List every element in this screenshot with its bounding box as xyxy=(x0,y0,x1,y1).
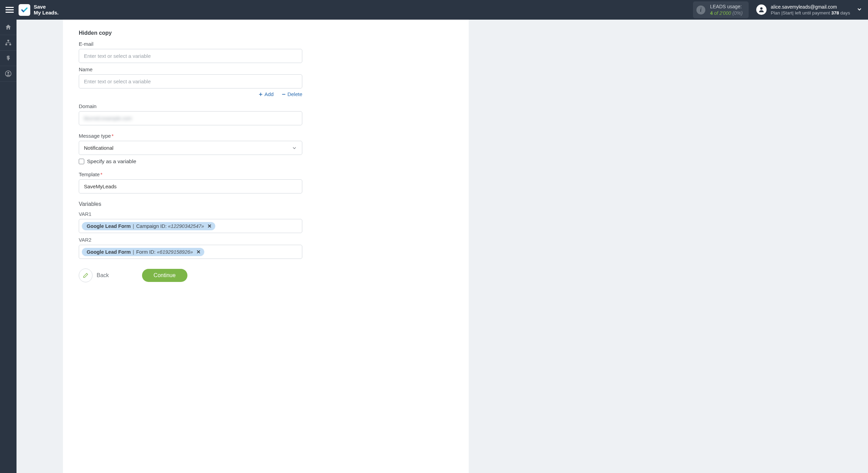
var1-input[interactable]: Google Lead Form | Campaign ID: «1229034… xyxy=(79,219,302,233)
account-menu[interactable]: alice.savemyleads@gmail.com Plan |Start|… xyxy=(756,4,850,16)
var2-chip-remove[interactable]: ✕ xyxy=(196,249,201,255)
usage-count: 4 xyxy=(710,10,713,16)
sidebar-item-home[interactable] xyxy=(0,20,17,35)
message-type-label: Message type* xyxy=(79,133,302,139)
delete-button[interactable]: Delete xyxy=(281,91,302,97)
email-input[interactable] xyxy=(79,49,302,63)
logo-text: Save My Leads. xyxy=(34,4,59,15)
pencil-icon xyxy=(79,269,93,282)
logo-mark-icon xyxy=(19,4,30,16)
var2-input[interactable]: Google Lead Form | Form ID: «61929158926… xyxy=(79,245,302,259)
menu-toggle[interactable] xyxy=(6,6,14,14)
sidebar-nav xyxy=(0,20,17,473)
add-button[interactable]: Add xyxy=(258,91,274,97)
usage-percent: (0%) xyxy=(733,10,743,16)
specify-variable-checkbox[interactable] xyxy=(79,159,84,164)
variables-label: Variables xyxy=(79,201,302,207)
var1-label: VAR1 xyxy=(79,211,302,217)
form-panel: Hidden copy E-mail Name Add Delete Domai… xyxy=(63,20,469,473)
var2-chip: Google Lead Form | Form ID: «61929158926… xyxy=(82,248,204,256)
svg-point-5 xyxy=(8,72,9,74)
svg-rect-1 xyxy=(8,40,9,41)
continue-button[interactable]: Continue xyxy=(142,269,187,282)
info-icon: i xyxy=(696,6,705,14)
name-input[interactable] xyxy=(79,74,302,88)
leads-usage-pill[interactable]: i LEADS usage: 4 of 2'000 (0%) xyxy=(693,1,749,18)
message-type-select[interactable]: Notificational xyxy=(79,141,302,155)
var2-label: VAR2 xyxy=(79,237,302,243)
chevron-down-icon[interactable] xyxy=(856,6,862,13)
domain-label: Domain xyxy=(79,103,302,109)
svg-rect-2 xyxy=(6,44,7,45)
name-label: Name xyxy=(79,66,302,72)
hidden-copy-title: Hidden copy xyxy=(79,30,302,36)
svg-point-0 xyxy=(760,8,763,10)
logo[interactable]: Save My Leads. xyxy=(19,4,59,16)
account-email: alice.savemyleads@gmail.com xyxy=(771,4,850,10)
email-label: E-mail xyxy=(79,41,302,47)
sidebar-item-billing[interactable] xyxy=(0,51,17,66)
sidebar-item-connections[interactable] xyxy=(0,35,17,51)
template-label: Template* xyxy=(79,171,302,177)
var1-chip: Google Lead Form | Campaign ID: «1229034… xyxy=(82,222,215,230)
template-input[interactable] xyxy=(79,179,302,193)
svg-rect-3 xyxy=(9,44,11,45)
avatar-icon xyxy=(756,4,767,15)
app-header: Save My Leads. i LEADS usage: 4 of 2'000… xyxy=(0,0,868,20)
specify-variable-label: Specify as a variable xyxy=(87,158,136,165)
sidebar-item-account[interactable] xyxy=(0,66,17,82)
back-button[interactable]: Back xyxy=(79,269,109,282)
usage-label: LEADS usage: xyxy=(710,3,743,10)
chevron-down-icon xyxy=(292,145,297,151)
account-plan: Plan |Start| left until payment 378 days xyxy=(771,10,850,16)
var1-chip-remove[interactable]: ✕ xyxy=(207,223,212,229)
domain-input[interactable]: blurred.example.com xyxy=(79,111,302,125)
